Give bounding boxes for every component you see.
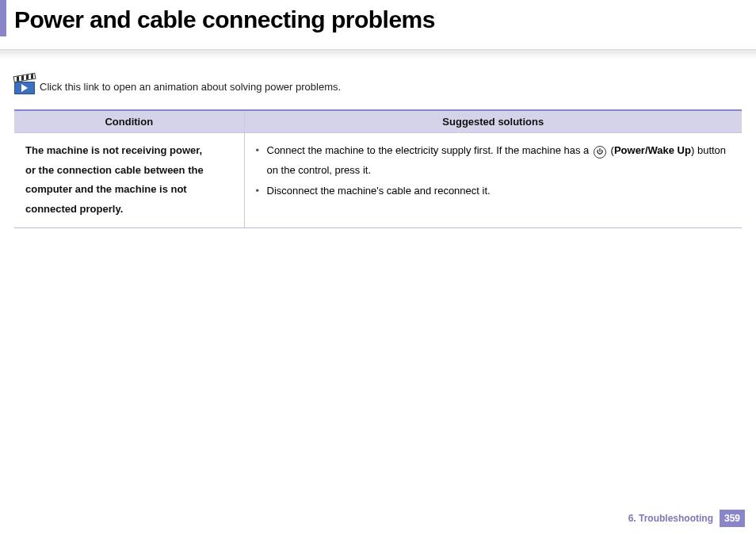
- sol1-before: Connect the machine to the electricity s…: [267, 144, 592, 156]
- sol2-text: Disconnect the machine's cable and recon…: [267, 185, 491, 197]
- page-header: Power and cable connecting problems: [0, 0, 756, 49]
- solutions-list: Connect the machine to the electricity s…: [256, 141, 731, 201]
- list-item: Disconnect the machine's cable and recon…: [256, 182, 731, 201]
- header-shadow: [0, 49, 756, 60]
- animation-clapper-icon[interactable]: [14, 78, 35, 95]
- sol1-bold: Power/Wake Up: [614, 144, 691, 156]
- page-footer: 6. Troubleshooting 359: [628, 510, 745, 527]
- accent-bar: [0, 0, 6, 36]
- paren-close: ): [691, 144, 694, 156]
- power-icon: [594, 146, 606, 159]
- cell-condition: The machine is not receiving power, or t…: [14, 133, 244, 228]
- page-number-badge: 359: [720, 510, 745, 527]
- th-solutions: Suggested solutions: [244, 110, 742, 133]
- list-item: Connect the machine to the electricity s…: [256, 141, 731, 180]
- th-condition: Condition: [14, 110, 244, 133]
- troubleshooting-table: Condition Suggested solutions The machin…: [14, 109, 742, 228]
- table-row: The machine is not receiving power, or t…: [14, 133, 742, 228]
- intro-link-text[interactable]: Click this link to open an animation abo…: [40, 81, 341, 93]
- intro-link-line: Click this link to open an animation abo…: [14, 78, 742, 95]
- page-title: Power and cable connecting problems: [14, 6, 756, 33]
- footer-chapter: 6. Troubleshooting: [628, 513, 713, 524]
- condition-line1: The machine is not receiving power,: [25, 141, 233, 161]
- condition-line2: or the connection cable between the comp…: [25, 161, 233, 220]
- cell-solutions: Connect the machine to the electricity s…: [244, 133, 742, 228]
